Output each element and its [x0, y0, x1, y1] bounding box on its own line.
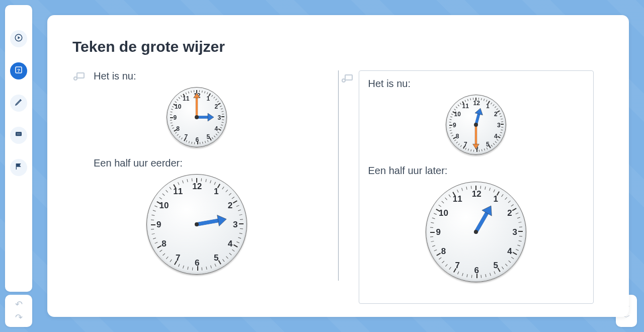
clock-number: 3 [497, 122, 501, 129]
presenter-icon [341, 73, 354, 84]
sidebar: ? [5, 5, 32, 292]
clock-number: 3 [233, 220, 237, 230]
clock-number: 1 [494, 194, 498, 204]
left-column: Het is nu: 121234567891011 . Een half uu… [72, 70, 331, 304]
clock-number: 10 [454, 111, 460, 118]
redo-button[interactable]: ↷ [10, 311, 27, 324]
svg-point-6 [20, 134, 21, 135]
left-clock-task-wrap: 121234567891011 [72, 174, 321, 275]
svg-rect-7 [77, 73, 84, 78]
question-button[interactable]: ? [10, 62, 27, 79]
svg-line-17 [197, 220, 220, 224]
presenter-icon [72, 71, 86, 81]
clock-number: 4 [507, 246, 512, 257]
chat-button[interactable] [10, 127, 27, 144]
left-clock-task[interactable]: 121234567891011 [146, 174, 247, 275]
left-task-label: Een half uur eerder: [94, 157, 183, 169]
svg-point-4 [17, 134, 18, 135]
question-icon: ? [14, 65, 23, 76]
left-now-row: Het is nu: [72, 70, 321, 82]
undo-icon: ↶ [15, 299, 23, 310]
left-clock-now-wrap: 121234567891011 [72, 87, 321, 147]
right-clock-now: 121234567891011 [446, 95, 506, 155]
svg-point-5 [18, 134, 19, 135]
play-button[interactable] [10, 30, 27, 47]
right-task-row: Een half uur later: [368, 165, 585, 177]
flag-icon [15, 162, 23, 173]
clock-number: 2 [228, 201, 232, 211]
right-clock-task-wrap: 121234567891011 [368, 182, 585, 282]
clock-number: 9 [453, 122, 456, 129]
clock-number: 9 [173, 114, 177, 121]
clock-number: 5 [494, 261, 498, 271]
left-task-row: . Een half uur eerder: [72, 157, 321, 169]
right-now-row: Het is nu: [368, 78, 585, 90]
left-clock-now: 121234567891011 [167, 87, 227, 147]
right-clock-now-wrap: 121234567891011 [368, 95, 585, 155]
svg-text:?: ? [17, 67, 20, 73]
clock-number: 4 [228, 239, 232, 249]
svg-point-8 [74, 77, 77, 80]
flag-button[interactable] [10, 159, 27, 176]
clock-number: 12 [192, 182, 202, 192]
clock-number: 8 [441, 246, 446, 257]
edit-button[interactable] [10, 95, 27, 112]
clock-number: 5 [214, 253, 218, 263]
undo-redo-panel: ↶ ↷ [5, 295, 32, 327]
clock-number: 10 [175, 103, 181, 110]
clock-number: 10 [159, 201, 169, 211]
svg-line-28 [476, 211, 488, 232]
svg-point-19 [342, 79, 345, 82]
clock-number: 2 [507, 208, 512, 218]
right-task-label: Een half uur later: [368, 165, 448, 177]
clock-number: 8 [456, 133, 459, 140]
clock-number: 11 [173, 187, 183, 197]
undo-button[interactable]: ↶ [10, 298, 27, 311]
clock-number: 5 [206, 133, 210, 140]
chat-icon [15, 130, 23, 140]
svg-rect-18 [345, 75, 352, 80]
clock-number: 8 [162, 239, 166, 249]
page-title: Teken de grote wijzer [72, 38, 604, 55]
right-presenter-row [341, 73, 354, 84]
clock-number: 12 [473, 100, 480, 107]
right-clock-task[interactable]: 121234567891011 [426, 182, 526, 282]
right-column: Het is nu: 121234567891011 Een half uur … [346, 70, 604, 304]
right-frame: Het is nu: 121234567891011 Een half uur … [359, 70, 594, 304]
clock-number: 3 [217, 114, 221, 121]
left-now-label: Het is nu: [94, 70, 136, 82]
pencil-icon [15, 98, 23, 108]
column-divider [338, 70, 339, 281]
clock-number: 9 [436, 227, 441, 237]
clock-number: 8 [176, 125, 180, 132]
play-icon [14, 33, 23, 44]
clock-number: 3 [513, 227, 517, 237]
clock-number: 9 [156, 220, 161, 230]
redo-icon: ↷ [15, 312, 23, 323]
clock-number: 10 [439, 208, 448, 218]
clock-number: 12 [472, 189, 481, 199]
main-card: Teken de grote wijzer Het is nu: 1212345… [47, 15, 629, 317]
columns: Het is nu: 121234567891011 . Een half uu… [72, 70, 604, 304]
right-now-label: Het is nu: [368, 78, 411, 90]
